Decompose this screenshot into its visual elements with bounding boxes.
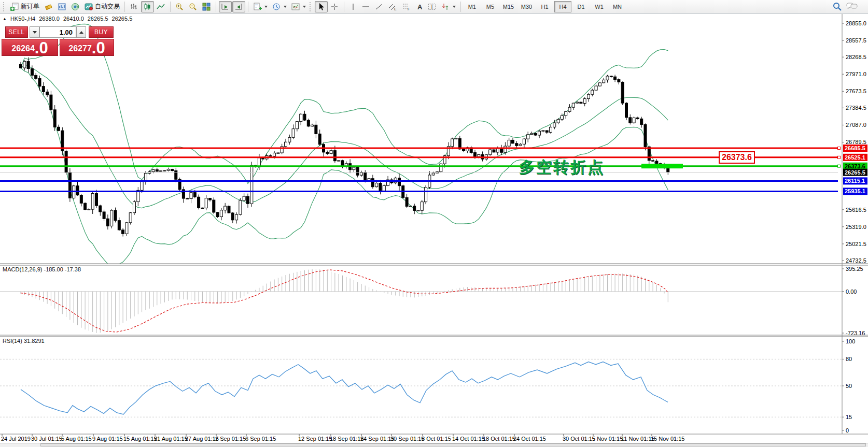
macd-panel xyxy=(0,269,842,333)
market-watch-button[interactable] xyxy=(55,1,68,12)
svg-text:14 Oct 01:15: 14 Oct 01:15 xyxy=(452,436,485,442)
svg-text:8 Oct 01:15: 8 Oct 01:15 xyxy=(422,436,451,442)
volume-increase-button[interactable] xyxy=(76,26,86,38)
rsi-axis: 1008050150 xyxy=(842,338,855,434)
tab-timeframe-M30[interactable]: M30 xyxy=(518,1,535,12)
toolbar-grip xyxy=(310,2,313,11)
line-chart-button[interactable] xyxy=(155,1,167,12)
svg-text:24 Sep 01:15: 24 Sep 01:15 xyxy=(360,436,394,442)
indicators-button[interactable] xyxy=(251,1,270,12)
tab-timeframe-M15[interactable]: M15 xyxy=(500,1,517,12)
buy-price-button[interactable]: 26277 .0 xyxy=(60,39,114,56)
bar-chart-button[interactable] xyxy=(128,1,141,12)
chat-icon[interactable] xyxy=(846,2,858,11)
candlestick-chart-button[interactable] xyxy=(141,1,154,12)
news-button[interactable] xyxy=(69,1,82,12)
tab-timeframe-H1[interactable]: H1 xyxy=(536,1,553,12)
svg-text:15: 15 xyxy=(846,414,852,420)
crosshair-button[interactable] xyxy=(328,1,341,12)
svg-text:2 Sep 01:15: 2 Sep 01:15 xyxy=(215,436,246,442)
indicators-icon xyxy=(253,3,262,11)
annotation-text[interactable]: 多空转折点 xyxy=(519,157,605,178)
tab-timeframe-H4[interactable]: H4 xyxy=(554,1,571,12)
volume-input[interactable]: 1.00 xyxy=(39,26,76,38)
svg-text:15 Nov 01:15: 15 Nov 01:15 xyxy=(651,436,684,442)
buy-button[interactable]: BUY xyxy=(89,26,114,38)
zoom-in-button[interactable] xyxy=(173,1,186,12)
dropdown-caret-icon xyxy=(284,6,287,8)
templates-button[interactable] xyxy=(289,1,308,12)
arrow-up-icon xyxy=(79,31,83,34)
horizontal-scrollbar[interactable] xyxy=(0,443,868,447)
buy-price-main: 26277 xyxy=(68,44,92,55)
dropdown-caret-icon xyxy=(264,6,268,8)
horizontal-line-icon xyxy=(361,3,370,11)
auto-scroll-button[interactable] xyxy=(219,1,232,12)
svg-text:28855.0: 28855.0 xyxy=(846,20,866,26)
text-button[interactable]: A xyxy=(413,1,425,12)
auto-trading-icon xyxy=(85,3,93,11)
zoom-out-button[interactable] xyxy=(187,1,200,12)
cursor-icon xyxy=(317,3,326,11)
zoom-in-icon xyxy=(175,3,184,11)
toolbar: 新订单 自动交易 xyxy=(0,0,868,13)
toolbar-right-group xyxy=(833,2,858,11)
open-value: 26380.0 xyxy=(39,16,60,22)
equidistant-channel-button[interactable]: E xyxy=(386,1,399,12)
periods-button[interactable] xyxy=(270,1,289,12)
scrollbar-thumb[interactable] xyxy=(40,443,866,446)
market-watch-icon xyxy=(58,3,66,11)
sell-button-label: SELL xyxy=(8,28,24,36)
dropdown-caret-icon xyxy=(303,6,306,8)
text-label-button[interactable]: T xyxy=(426,1,439,12)
tab-timeframe-W1[interactable]: W1 xyxy=(591,1,608,12)
eraser-button[interactable] xyxy=(42,1,55,12)
tab-timeframe-D1[interactable]: D1 xyxy=(572,1,590,12)
toolbar-separator xyxy=(170,2,171,12)
highlight-bar[interactable] xyxy=(641,164,683,168)
svg-text:27971.0: 27971.0 xyxy=(846,71,866,77)
auto-trading-button[interactable]: 自动交易 xyxy=(82,1,122,12)
new-order-button[interactable]: 新订单 xyxy=(8,1,41,12)
candlestick-chart-icon xyxy=(143,3,152,11)
close-value: 26265.5 xyxy=(112,16,133,22)
ohlc-title: ▲ HK50-,H4 26380.0 26410.0 26265.5 26265… xyxy=(3,16,132,22)
symbol-period-label: HK50-,H4 xyxy=(10,16,35,22)
chart-canvas[interactable]: 26685.526525.126373.626265.526115.125935… xyxy=(0,0,868,447)
tile-windows-icon xyxy=(202,3,211,11)
svg-text:27384.5: 27384.5 xyxy=(846,105,866,111)
arrows-icon xyxy=(441,3,450,11)
svg-text:30 Jul 01:15: 30 Jul 01:15 xyxy=(31,436,62,442)
svg-text:30 Oct 01:15: 30 Oct 01:15 xyxy=(563,436,595,442)
svg-text:26525.1: 26525.1 xyxy=(845,154,865,161)
price-callout[interactable]: 26373.6 xyxy=(719,151,755,164)
trendline-icon xyxy=(375,3,384,11)
volume-decrease-button[interactable] xyxy=(30,26,39,38)
clock-icon xyxy=(272,3,281,11)
fibonacci-button[interactable]: F xyxy=(400,1,413,12)
horizontal-line-button[interactable] xyxy=(359,1,372,12)
tab-timeframe-M1[interactable]: M1 xyxy=(464,1,481,12)
svg-text:100: 100 xyxy=(846,338,855,344)
tab-timeframe-M5[interactable]: M5 xyxy=(482,1,499,12)
trendline-button[interactable] xyxy=(373,1,386,12)
svg-text:6 Sep 01:15: 6 Sep 01:15 xyxy=(245,436,276,442)
svg-text:27087.0: 27087.0 xyxy=(846,122,866,128)
cursor-button[interactable] xyxy=(315,1,328,12)
auto-scroll-icon xyxy=(221,3,230,11)
vertical-line-button[interactable] xyxy=(347,1,359,12)
tile-windows-button[interactable] xyxy=(200,1,213,12)
chart-shift-button[interactable] xyxy=(232,1,245,12)
arrow-down-icon xyxy=(33,31,37,34)
volume-value: 1.00 xyxy=(60,28,73,36)
sell-price-button[interactable]: 26264 .0 xyxy=(2,39,58,56)
collapse-triangle-icon[interactable]: ▲ xyxy=(3,17,7,21)
svg-text:21 Aug 01:15: 21 Aug 01:15 xyxy=(154,436,188,442)
search-icon[interactable] xyxy=(833,2,842,11)
low-value: 26265.5 xyxy=(88,16,108,22)
sell-button[interactable]: SELL xyxy=(5,26,28,38)
arrows-button[interactable] xyxy=(439,1,458,12)
macd-axis: 395.250.00-723.16 xyxy=(842,266,865,336)
toolbar-grip xyxy=(3,2,6,11)
tab-timeframe-MN[interactable]: MN xyxy=(609,1,626,12)
